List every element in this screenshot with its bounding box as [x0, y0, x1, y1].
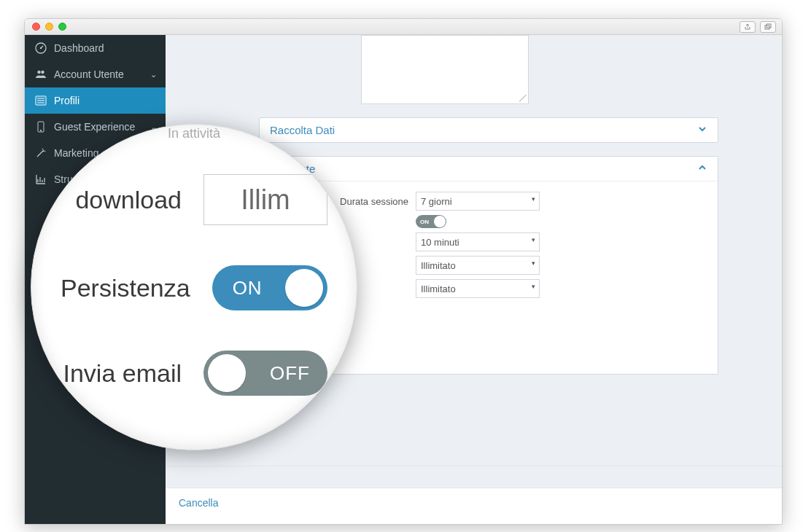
toggle-label: ON [420, 219, 429, 225]
toggle-knob [434, 216, 446, 227]
panel-title: Raccolta Dati [270, 124, 335, 136]
toggle-knob [285, 269, 323, 307]
minimize-window-button[interactable] [45, 23, 53, 31]
sidebar-item-label: Dashboard [54, 42, 104, 54]
chevron-down-icon [697, 124, 707, 136]
panel-raccolta-dati: Raccolta Dati [259, 117, 718, 143]
panel-header-raccolta[interactable]: Raccolta Dati [260, 118, 718, 142]
svg-point-4 [37, 71, 40, 74]
durata-sessione-select[interactable]: 7 giorni [416, 192, 540, 211]
sidebar-item-label: Marketing [54, 147, 98, 159]
tablet-icon [35, 121, 47, 133]
sidebar-item-label: Account Utente [54, 69, 124, 80]
chevron-up-icon [697, 163, 707, 175]
download-select[interactable]: Illimitato [416, 256, 540, 275]
cancel-link[interactable]: Cancella [179, 497, 218, 509]
users-icon [35, 69, 47, 80]
lens-persistenza-label: Persistenza [61, 274, 190, 302]
maximize-window-button[interactable] [58, 23, 66, 31]
tempo-select[interactable]: 10 minuti [416, 232, 540, 251]
lens-invia-email-label: Invia email [61, 359, 182, 388]
lens-download-label: download [61, 186, 182, 214]
window-right-buttons [740, 21, 776, 33]
chart-icon [35, 173, 47, 185]
svg-point-5 [41, 71, 44, 74]
share-button[interactable] [740, 21, 756, 33]
sidebar-item-profili[interactable]: Profili [25, 87, 166, 114]
upload-select[interactable]: Illimitato [416, 279, 540, 298]
panel-header-avanzate[interactable]: Avanzate [260, 157, 718, 181]
dashboard-icon [35, 42, 47, 54]
traffic-lights [32, 23, 66, 31]
toggle-knob [208, 354, 246, 392]
toggle-off-label: OFF [270, 362, 310, 385]
titlebar [25, 19, 782, 35]
sidebar-item-label: Profili [54, 95, 79, 106]
list-icon [35, 95, 47, 106]
bottom-divider [166, 466, 782, 488]
toggle-on-label: ON [233, 277, 263, 300]
bottom-bar: Cancella [166, 488, 782, 524]
lens-download-value[interactable]: Illim [203, 174, 327, 225]
magnifier-lens: In attività download Illim Persistenza O… [31, 124, 357, 450]
description-textarea[interactable] [361, 35, 529, 104]
persistenza-toggle-mini[interactable]: ON [416, 215, 446, 228]
close-window-button[interactable] [32, 23, 40, 31]
chevron-down-icon: ⌄ [150, 70, 157, 79]
svg-point-3 [40, 47, 42, 49]
svg-point-11 [40, 130, 41, 130]
sidebar-item-label: Guest Experience [54, 121, 135, 133]
invia-email-toggle[interactable]: OFF [203, 351, 327, 396]
sidebar-item-dashboard[interactable]: Dashboard [25, 35, 166, 61]
tabs-button[interactable] [760, 21, 776, 33]
wand-icon [35, 147, 47, 159]
persistenza-toggle[interactable]: ON [212, 265, 327, 310]
sidebar-item-account-utente[interactable]: Account Utente ⌄ [25, 61, 166, 87]
